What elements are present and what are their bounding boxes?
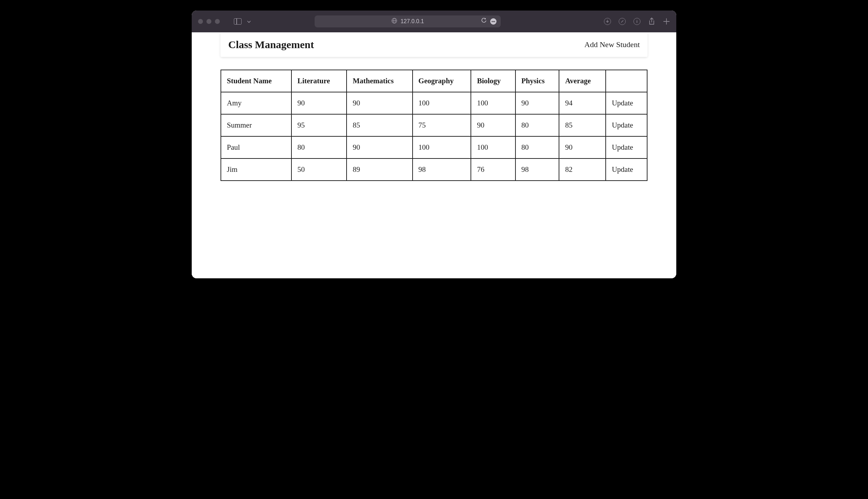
- cell-name: Jim: [221, 158, 291, 181]
- sidebar-toggle-icon[interactable]: [234, 18, 242, 25]
- table-row: Amy90901001009094Update: [221, 92, 647, 114]
- cell-biology: 100: [471, 92, 515, 114]
- cell-geography: 100: [413, 92, 471, 114]
- more-options-icon[interactable]: •••: [490, 18, 497, 25]
- privacy-icon[interactable]: i: [633, 18, 640, 25]
- svg-line-3: [621, 20, 623, 22]
- minimize-window-button[interactable]: [206, 19, 211, 24]
- cell-literature: 90: [291, 92, 347, 114]
- cell-physics: 90: [515, 92, 559, 114]
- cell-mathematics: 90: [347, 92, 412, 114]
- page-header: Class Management Add New Student: [221, 32, 647, 57]
- table-header-row: Student Name Literature Mathematics Geog…: [221, 70, 647, 92]
- cell-physics: 80: [515, 114, 559, 136]
- col-geography: Geography: [413, 70, 471, 92]
- cell-literature: 50: [291, 158, 347, 181]
- maximize-window-button[interactable]: [215, 19, 220, 24]
- cell-physics: 80: [515, 136, 559, 158]
- col-actions: [606, 70, 647, 92]
- cell-geography: 100: [413, 136, 471, 158]
- cell-name: Paul: [221, 136, 291, 158]
- reload-icon[interactable]: [481, 18, 487, 25]
- chevron-down-icon[interactable]: [247, 19, 251, 24]
- cell-biology: 100: [471, 136, 515, 158]
- students-table-container: Student Name Literature Mathematics Geog…: [221, 70, 647, 181]
- cell-mathematics: 89: [347, 158, 412, 181]
- new-tab-icon[interactable]: [663, 18, 670, 25]
- update-button[interactable]: Update: [606, 114, 647, 136]
- cell-mathematics: 85: [347, 114, 412, 136]
- cell-average: 90: [559, 136, 606, 158]
- col-average: Average: [559, 70, 606, 92]
- cell-name: Summer: [221, 114, 291, 136]
- traffic-lights: [198, 19, 220, 24]
- cell-average: 94: [559, 92, 606, 114]
- col-physics: Physics: [515, 70, 559, 92]
- globe-icon: [392, 18, 397, 25]
- col-literature: Literature: [291, 70, 347, 92]
- table-row: Jim508998769882Update: [221, 158, 647, 181]
- cell-literature: 80: [291, 136, 347, 158]
- cell-biology: 90: [471, 114, 515, 136]
- update-button[interactable]: Update: [606, 92, 647, 114]
- students-table: Student Name Literature Mathematics Geog…: [221, 70, 647, 181]
- titlebar: 127.0.0.1 ••• i: [192, 11, 676, 32]
- update-button[interactable]: Update: [606, 158, 647, 181]
- url-text: 127.0.0.1: [401, 18, 424, 25]
- update-button[interactable]: Update: [606, 136, 647, 158]
- block-icon[interactable]: [619, 18, 626, 25]
- col-biology: Biology: [471, 70, 515, 92]
- url-bar[interactable]: 127.0.0.1 •••: [315, 15, 501, 27]
- cell-average: 82: [559, 158, 606, 181]
- page-content: Class Management Add New Student Student…: [192, 32, 676, 278]
- cell-mathematics: 90: [347, 136, 412, 158]
- share-icon[interactable]: [648, 18, 655, 25]
- add-new-student-button[interactable]: Add New Student: [584, 40, 640, 49]
- page-title: Class Management: [228, 39, 314, 51]
- cell-name: Amy: [221, 92, 291, 114]
- col-mathematics: Mathematics: [347, 70, 412, 92]
- cell-biology: 76: [471, 158, 515, 181]
- col-student-name: Student Name: [221, 70, 291, 92]
- cell-physics: 98: [515, 158, 559, 181]
- browser-window: 127.0.0.1 ••• i: [192, 11, 676, 278]
- table-row: Summer958575908085Update: [221, 114, 647, 136]
- cell-geography: 98: [413, 158, 471, 181]
- cell-literature: 95: [291, 114, 347, 136]
- cell-average: 85: [559, 114, 606, 136]
- cell-geography: 75: [413, 114, 471, 136]
- downloads-icon[interactable]: [604, 18, 611, 25]
- table-row: Paul80901001008090Update: [221, 136, 647, 158]
- close-window-button[interactable]: [198, 19, 203, 24]
